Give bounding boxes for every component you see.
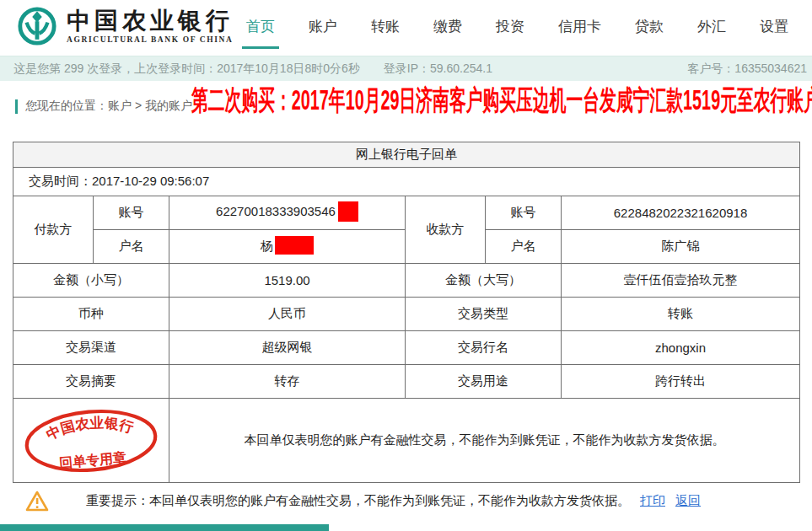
brand-name-en: AGRICULTURAL BANK OF CHINA [67,35,234,44]
channel-value: 超级网银 [169,331,406,365]
nav-item-payments[interactable]: 缴费 [433,0,462,52]
receipt-stamp-cell: 中国农业银行 回单专用章 [13,399,169,483]
payer-name-text: 杨 [261,239,273,253]
amount-small-label: 金额（小写） [13,264,169,298]
payer-name-label: 户名 [94,230,169,264]
payee-name-label: 户名 [486,230,562,264]
print-link[interactable]: 打印 [640,493,665,509]
nav-item-home[interactable]: 首页 [246,0,275,52]
channel-label: 交易渠道 [13,331,169,365]
footer-notice-bar: 重要提示：本回单仅表明您的账户有金融性交易，不能作为到账凭证，不能作为收款方发货… [25,491,701,512]
transaction-time: 交易时间：2017-10-29 09:56:07 [13,168,800,196]
important-notice-text: 重要提示：本回单仅表明您的账户有金融性交易，不能作为到账凭证，不能作为收款方发货… [86,493,630,509]
brand-text: 中国农业银行 AGRICULTURAL BANK OF CHINA [67,8,234,44]
online-banking-page: 中国农业银行 AGRICULTURAL BANK OF CHINA 首页 账户 … [0,0,812,531]
purchase-annotation: 第二次购买：2017年10月29日济南客户购买压边机一台发咸宁汇款1519元至农… [191,83,812,117]
customer-number-text: 客户号：16355034621 [687,62,807,77]
payer-role-label: 付款方 [13,196,94,264]
receipt-table: 网上银行电子回单 交易时间：2017-10-29 09:56:07 付款方 账号… [13,142,800,483]
amount-caps-value: 壹仟伍佰壹拾玖元整 [562,264,800,298]
nav-item-accounts[interactable]: 账户 [309,0,337,52]
bank-name-label: 交易行名 [406,331,562,365]
amount-small-value: 1519.00 [169,264,406,298]
payer-account-value: 62270018333903546 [169,196,406,230]
bank-logo: 中国农业银行 AGRICULTURAL BANK OF CHINA [17,6,234,46]
nav-item-transfer[interactable]: 转账 [371,0,400,52]
bottom-accent-bar [0,524,329,531]
payee-account-label: 账号 [486,196,562,230]
abc-logo-icon [17,6,57,46]
receipt-disclaimer: 本回单仅表明您的账户有金融性交易，不能作为到账凭证，不能作为收款方发货依据。 [169,399,800,483]
transaction-type-label: 交易类型 [406,298,562,331]
login-count-text: 这是您第 299 次登录，上次登录时间：2017年10月18日8时0分6秒 [13,62,360,77]
payee-account-value: 6228482022321620918 [562,196,800,230]
summary-value: 转存 [169,365,406,399]
nav-item-credit-card[interactable]: 信用卡 [558,0,601,52]
nav-item-loans[interactable]: 贷款 [635,0,664,52]
bank-name-value: zhongxin [562,331,800,365]
header: 中国农业银行 AGRICULTURAL BANK OF CHINA 首页 账户 … [0,0,812,52]
back-link[interactable]: 返回 [675,493,701,509]
receipt-title: 网上银行电子回单 [13,142,800,168]
redaction-box [338,201,358,222]
redaction-box [275,236,314,255]
purpose-value: 跨行转出 [562,365,800,399]
summary-label: 交易摘要 [13,365,169,399]
payer-name-value: 杨 [169,230,406,264]
stamp-line1: 中国农业银行 [43,411,137,443]
amount-caps-label: 金额（大写） [406,264,562,298]
breadcrumb-text: 您现在的位置：账户 > 我的账户 [25,99,192,114]
currency-value: 人民币 [169,298,406,331]
nav-item-investment[interactable]: 投资 [496,0,524,52]
payee-role-label: 收款方 [406,196,486,264]
svg-text:中国农业银行: 中国农业银行 [43,411,137,443]
bank-stamp-icon: 中国农业银行 回单专用章 [17,398,164,484]
transaction-type-value: 转账 [562,298,800,331]
login-status-bar: 这是您第 299 次登录，上次登录时间：2017年10月18日8时0分6秒 登录… [0,56,812,81]
purpose-label: 交易用途 [406,365,562,399]
login-ip-text: 登录IP：59.60.254.1 [384,62,492,77]
brand-name-cn: 中国农业银行 [67,8,234,34]
breadcrumb-accent-bar [15,99,18,114]
currency-label: 币种 [13,298,169,331]
payer-account-number: 62270018333903546 [216,204,336,218]
payer-account-label: 账号 [94,196,169,230]
main-nav: 首页 账户 转账 缴费 投资 信用卡 贷款 外汇 设置 [246,0,788,52]
nav-item-settings[interactable]: 设置 [760,0,788,52]
nav-item-forex[interactable]: 外汇 [697,0,726,52]
payee-name-value: 陈广锦 [562,230,800,264]
breadcrumb: 您现在的位置：账户 > 我的账户 [15,93,192,120]
warning-icon [25,491,49,512]
